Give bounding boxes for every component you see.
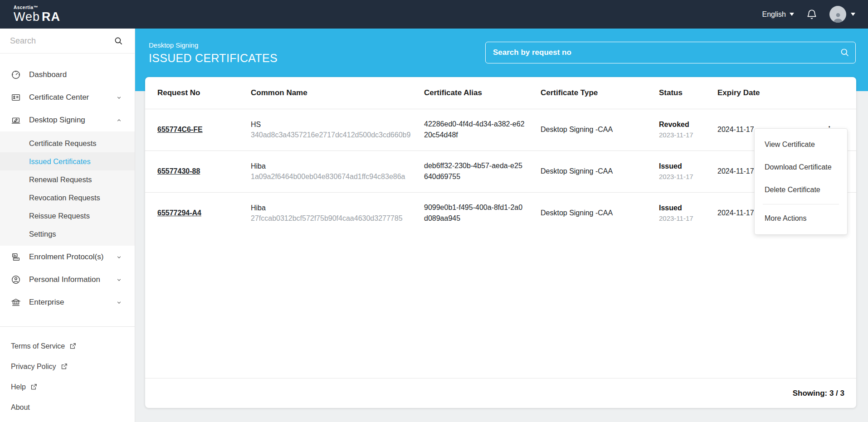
search-icon: [840, 48, 849, 57]
status-badge: Issued: [659, 161, 705, 172]
request-search-input[interactable]: [486, 48, 834, 57]
person-icon: [11, 275, 21, 285]
sidebar-nav: Dashboard Certificate Center Desktop Sig…: [0, 53, 135, 314]
common-name-hash: 27fccab0312bcf572f75b90f4caa4630d3277785: [251, 213, 411, 223]
chevron-down-icon: [116, 300, 122, 306]
chevron-down-icon: [790, 13, 794, 16]
column-header-status: Status: [659, 77, 717, 109]
column-header-common-name: Common Name: [251, 77, 424, 109]
terms-of-service-link[interactable]: Terms of Service: [11, 336, 135, 356]
sidebar-item-certificate-center[interactable]: Certificate Center: [0, 86, 135, 109]
common-name: HS: [251, 119, 411, 130]
external-link-icon: [61, 363, 68, 370]
column-header-certificate-alias: Certificate Alias: [424, 77, 541, 109]
certificate-card-icon: [11, 92, 21, 102]
status-date: 2023-11-17: [659, 172, 705, 182]
sidebar-item-issued-certificates[interactable]: Issued Certificates: [0, 152, 135, 170]
privacy-policy-link[interactable]: Privacy Policy: [11, 356, 135, 377]
page-title: ISSUED CERTIFICATES: [149, 52, 278, 65]
dashboard-icon: [11, 70, 21, 80]
status-badge: Revoked: [659, 119, 705, 130]
chevron-down-icon: [116, 95, 122, 101]
row-context-menu: View Certificate Download Certificate De…: [754, 128, 848, 235]
notifications-bell-icon[interactable]: [806, 9, 818, 20]
sidebar-search-input[interactable]: [10, 36, 110, 46]
menu-item-more-actions[interactable]: More Actions: [755, 207, 847, 230]
brand-logo: Ascertia™ WebRA: [14, 5, 60, 23]
webra-app: Ascertia™ WebRA English: [0, 0, 868, 422]
request-no-link[interactable]: 65577294-A4: [157, 209, 201, 217]
certificate-alias: deb6ff32-230b-4b57-aeda-e25640d69755: [424, 150, 541, 192]
brand-product: WebRA: [14, 10, 60, 24]
sidebar-item-label: Desktop Signing: [29, 116, 85, 125]
menu-item-download-certificate[interactable]: Download Certificate: [755, 156, 847, 179]
sidebar-item-label: Enterprise: [29, 298, 64, 307]
page-header: Desktop Signing ISSUED CERTIFICATES: [149, 41, 278, 65]
request-search-button[interactable]: [834, 42, 855, 63]
issued-certificates-card: Request No Common Name Certificate Alias…: [145, 77, 856, 408]
table-row: 655774C6-FE HS 340ad8c3a4357216e2717dc41…: [145, 109, 856, 150]
sidebar-item-label: Personal Information: [29, 275, 100, 284]
sidebar: Dashboard Certificate Center Desktop Sig…: [0, 29, 135, 422]
enrolment-protocol-icon: [11, 252, 21, 262]
sidebar-item-dashboard[interactable]: Dashboard: [0, 63, 135, 86]
request-search: [485, 42, 856, 63]
chevron-down-icon: [851, 13, 855, 16]
common-name-hash: 340ad8c3a4357216e2717dc412d500dc3cd660b9: [251, 130, 411, 140]
search-icon[interactable]: [114, 37, 123, 45]
external-link-icon: [69, 343, 76, 349]
topbar: Ascertia™ WebRA English: [0, 0, 868, 29]
column-header-expiry-date: Expiry Date: [717, 77, 825, 109]
showing-count: Showing: 3 / 3: [793, 389, 844, 398]
topbar-actions: English: [762, 6, 855, 23]
issued-certificates-table: Request No Common Name Certificate Alias…: [145, 77, 856, 234]
request-no-link[interactable]: 65577430-88: [157, 167, 200, 175]
sidebar-item-label: Enrolment Protocol(s): [29, 252, 103, 262]
certificate-type: Desktop Signing -CAA: [541, 150, 659, 192]
sidebar-item-certificate-requests[interactable]: Certificate Requests: [0, 134, 135, 152]
chevron-down-icon: [116, 254, 122, 260]
sidebar-item-enterprise[interactable]: Enterprise: [0, 291, 135, 314]
table-row: 65577430-88 Hiba 1a09a2f6464b00eb04e8306…: [145, 150, 856, 192]
certificate-alias: 42286ed0-4f4d-4d34-a382-e6220c54d48f: [424, 109, 541, 150]
certificate-type: Desktop Signing -CAA: [541, 109, 659, 150]
user-menu[interactable]: [829, 6, 855, 23]
desktop-signing-icon: [11, 115, 21, 125]
language-label: English: [762, 10, 786, 19]
table-footer: Showing: 3 / 3: [145, 378, 856, 408]
certificate-alias: 9099e0b1-f495-400a-8fd1-2a0d089aa945: [424, 192, 541, 234]
external-link-icon: [30, 383, 37, 390]
menu-item-view-certificate[interactable]: View Certificate: [755, 133, 847, 156]
menu-item-delete-certificate[interactable]: Delete Certificate: [755, 179, 847, 201]
status-badge: Issued: [659, 203, 705, 213]
desktop-signing-submenu: Certificate Requests Issued Certificates…: [0, 131, 135, 246]
status-date: 2023-11-17: [659, 213, 705, 224]
sidebar-item-enrolment-protocols[interactable]: Enrolment Protocol(s): [0, 246, 135, 268]
sidebar-footer: Terms of Service Privacy Policy Help Abo…: [0, 326, 135, 422]
common-name-hash: 1a09a2f6464b00eb04e830674ad1ffc94c83e86a: [251, 171, 411, 182]
column-header-certificate-type: Certificate Type: [541, 77, 659, 109]
brand-company: Ascertia™: [14, 5, 60, 10]
sidebar-item-label: Dashboard: [29, 70, 67, 79]
breadcrumb: Desktop Signing: [149, 41, 278, 49]
table-header-row: Request No Common Name Certificate Alias…: [145, 77, 856, 109]
common-name: Hiba: [251, 161, 411, 171]
chevron-up-icon: [116, 117, 122, 123]
status-date: 2023-11-17: [659, 130, 705, 141]
sidebar-item-desktop-signing[interactable]: Desktop Signing: [0, 109, 135, 131]
sidebar-item-personal-information[interactable]: Personal Information: [0, 268, 135, 291]
sidebar-item-reissue-requests[interactable]: Reissue Requests: [0, 207, 135, 225]
sidebar-item-revocation-requests[interactable]: Revocation Requests: [0, 189, 135, 207]
bank-icon: [11, 297, 21, 307]
sidebar-item-renewal-requests[interactable]: Renewal Requests: [0, 170, 135, 189]
request-no-link[interactable]: 655774C6-FE: [157, 126, 203, 133]
certificate-type: Desktop Signing -CAA: [541, 192, 659, 234]
chevron-down-icon: [116, 277, 122, 283]
about-link[interactable]: About: [11, 397, 135, 417]
sidebar-item-label: Certificate Center: [29, 93, 89, 102]
column-header-actions: [825, 77, 856, 109]
menu-divider: [763, 204, 839, 204]
sidebar-item-settings[interactable]: Settings: [0, 225, 135, 243]
language-selector[interactable]: English: [762, 10, 794, 19]
help-link[interactable]: Help: [11, 377, 135, 397]
